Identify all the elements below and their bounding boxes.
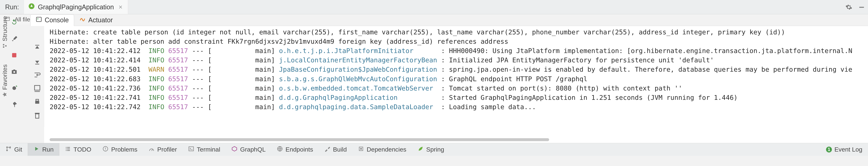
svg-rect-25	[66, 150, 66, 151]
tool-problems[interactable]: Problems	[97, 143, 143, 156]
gear-icon[interactable]	[842, 0, 855, 14]
play-icon	[33, 146, 39, 154]
svg-rect-12	[34, 86, 40, 90]
svg-rect-26	[67, 150, 70, 151]
tool-dependencies[interactable]: Dependencies	[352, 143, 412, 156]
tool-profiler[interactable]: Profiler	[143, 143, 183, 156]
svg-rect-21	[66, 147, 66, 148]
svg-point-18	[6, 149, 8, 151]
profiler-icon	[149, 146, 155, 154]
log-line: 2022-05-12 10:41:22.683 INFO 65517 --- […	[50, 74, 868, 84]
horizontal-scrollbar[interactable]	[50, 137, 855, 142]
actuator-icon	[79, 16, 86, 24]
run-subtabs: Console Actuator	[30, 14, 868, 26]
log-line: Hibernate: create table person (id integ…	[50, 27, 868, 37]
scroll-up-icon[interactable]	[33, 44, 41, 52]
tool-todo[interactable]: TODO	[59, 143, 97, 156]
tool-terminal-label: Terminal	[197, 146, 220, 153]
tool-terminal[interactable]: Terminal	[183, 143, 226, 156]
spring-leaf-icon	[417, 146, 424, 154]
endpoints-icon	[277, 146, 283, 154]
tool-profiler-label: Profiler	[157, 146, 177, 153]
todo-icon	[65, 146, 71, 154]
svg-rect-13	[35, 101, 39, 104]
tab-actuator-label: Actuator	[88, 16, 113, 24]
tab-console-label: Console	[45, 16, 69, 24]
tool-graphql-label: GraphQL	[240, 146, 266, 153]
console-actions-column	[30, 40, 44, 127]
event-log-badge: 1	[826, 147, 832, 153]
minimize-icon[interactable]	[855, 0, 868, 14]
dependencies-icon	[358, 146, 364, 154]
svg-rect-11	[35, 64, 39, 64]
print-icon[interactable]	[33, 98, 41, 106]
tool-todo-label: TODO	[73, 146, 91, 153]
tool-git-label: Git	[14, 146, 22, 153]
tool-graphql[interactable]: GraphQL	[226, 143, 271, 156]
svg-marker-31	[232, 146, 237, 151]
tool-event-log[interactable]: 1 Event Log	[820, 143, 868, 156]
log-line: 2022-05-12 10:41:22.501 WARN 65517 --- […	[50, 65, 868, 74]
svg-rect-28	[105, 147, 106, 149]
run-config-name: GraphqlPagingApplication	[38, 3, 114, 11]
git-branch-icon	[5, 146, 12, 154]
log-line: 2022-05-12 10:41:22.742 INFO 65517 --- […	[50, 102, 868, 112]
tool-endpoints-label: Endpoints	[285, 146, 313, 153]
svg-rect-34	[360, 148, 362, 149]
log-line: 2022-05-12 10:41:22.736 INFO 65517 --- […	[50, 84, 868, 93]
hammer-icon	[324, 146, 330, 154]
run-toolwindow-header: Run: GraphqlPagingApplication ×	[0, 0, 868, 14]
svg-rect-30	[189, 147, 193, 151]
svg-rect-16	[35, 113, 39, 114]
graphql-icon	[231, 146, 238, 154]
spring-boot-icon	[28, 3, 35, 11]
tool-endpoints[interactable]: Endpoints	[271, 143, 319, 156]
svg-rect-23	[66, 148, 66, 149]
tool-build[interactable]: Build	[319, 143, 352, 156]
svg-rect-24	[67, 148, 70, 149]
problems-icon	[102, 146, 108, 154]
tab-actuator[interactable]: Actuator	[74, 14, 118, 26]
tool-run[interactable]: Run	[28, 143, 59, 156]
svg-rect-10	[35, 45, 39, 46]
tool-run-label: Run	[42, 146, 54, 153]
svg-rect-29	[105, 149, 106, 150]
close-icon[interactable]: ×	[119, 3, 122, 11]
soft-wrap-icon[interactable]	[33, 71, 41, 79]
svg-marker-20	[35, 147, 38, 150]
tab-console[interactable]: Console	[30, 15, 74, 26]
log-line: 2022-05-12 10:41:22.412 INFO 65517 --- […	[50, 46, 868, 55]
log-line: 2022-05-12 10:41:22.414 INFO 65517 --- […	[50, 55, 868, 65]
svg-rect-8	[36, 17, 41, 22]
console-icon	[36, 16, 42, 24]
scroll-to-end-icon[interactable]	[33, 84, 41, 92]
run-body: Console Actuator Hibernate: create table…	[0, 14, 868, 143]
tool-spring-label: Spring	[426, 146, 444, 153]
svg-point-17	[6, 146, 8, 148]
svg-rect-1	[859, 7, 864, 8]
console-output[interactable]: Hibernate: create table person (id integ…	[44, 26, 868, 143]
tool-event-log-label: Event Log	[834, 146, 862, 153]
tool-build-label: Build	[333, 146, 347, 153]
tool-git[interactable]: Git	[0, 143, 28, 156]
terminal-icon	[188, 146, 194, 154]
run-config-tab[interactable]: GraphqlPagingApplication ×	[24, 0, 128, 14]
bottom-toolwindows-bar: Git Run TODO Problems Profiler Terminal …	[0, 143, 868, 156]
log-line: Hibernate: alter table person add constr…	[50, 37, 868, 46]
tool-spring[interactable]: Spring	[412, 143, 450, 156]
svg-rect-14	[36, 99, 38, 101]
scroll-down-icon[interactable]	[33, 57, 41, 65]
clear-icon[interactable]	[33, 112, 41, 119]
tool-dependencies-label: Dependencies	[367, 146, 406, 153]
svg-rect-15	[35, 114, 39, 118]
svg-marker-9	[38, 18, 39, 20]
log-line: 2022-05-12 10:41:22.741 INFO 65517 --- […	[50, 93, 868, 102]
svg-rect-22	[67, 147, 70, 148]
tool-problems-label: Problems	[111, 146, 137, 153]
